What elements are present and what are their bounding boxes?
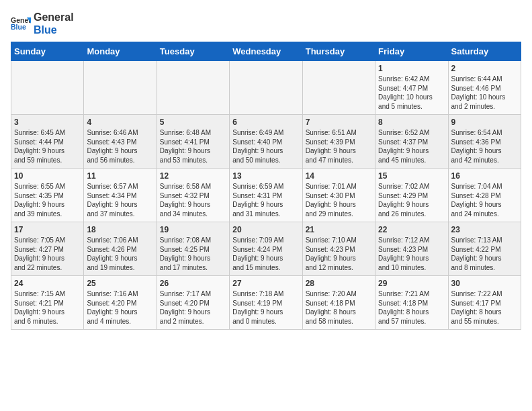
day-number: 21 — [306, 225, 372, 234]
day-content: Sunrise: 7:08 AM Sunset: 4:25 PM Dayligh… — [160, 236, 226, 272]
calendar-cell: 19Sunrise: 7:08 AM Sunset: 4:25 PM Dayli… — [157, 222, 229, 276]
day-number: 13 — [232, 171, 299, 181]
calendar-cell: 12Sunrise: 6:58 AM Sunset: 4:32 PM Dayli… — [157, 169, 229, 222]
day-number: 17 — [14, 225, 81, 234]
day-number: 20 — [232, 225, 299, 234]
calendar-cell: 6Sunrise: 6:49 AM Sunset: 4:40 PM Daylig… — [230, 115, 302, 169]
day-content: Sunrise: 6:45 AM Sunset: 4:44 PM Dayligh… — [14, 128, 81, 165]
day-number: 23 — [451, 225, 518, 234]
logo-blue: Blue — [34, 24, 74, 36]
weekday-header-sunday: Sunday — [11, 42, 84, 61]
calendar-cell: 24Sunrise: 7:15 AM Sunset: 4:21 PM Dayli… — [11, 276, 84, 330]
day-content: Sunrise: 7:10 AM Sunset: 4:23 PM Dayligh… — [306, 236, 372, 272]
day-content: Sunrise: 6:54 AM Sunset: 4:36 PM Dayligh… — [451, 128, 518, 165]
logo-general: General — [34, 11, 74, 24]
day-content: Sunrise: 6:57 AM Sunset: 4:34 PM Dayligh… — [87, 182, 153, 218]
calendar-cell: 5Sunrise: 6:48 AM Sunset: 4:41 PM Daylig… — [157, 115, 229, 169]
logo-icon: General Blue — [11, 13, 31, 34]
day-content: Sunrise: 7:04 AM Sunset: 4:28 PM Dayligh… — [451, 182, 518, 218]
calendar-week-row: 10Sunrise: 6:55 AM Sunset: 4:35 PM Dayli… — [11, 169, 521, 222]
page-header: General Blue General Blue — [11, 11, 521, 36]
day-content: Sunrise: 7:16 AM Sunset: 4:20 PM Dayligh… — [87, 289, 153, 326]
day-number: 24 — [14, 279, 81, 288]
day-number: 7 — [306, 118, 372, 127]
day-number: 26 — [160, 279, 226, 288]
calendar-header: SundayMondayTuesdayWednesdayThursdayFrid… — [11, 42, 521, 61]
weekday-header-tuesday: Tuesday — [157, 42, 229, 61]
day-number: 2 — [451, 64, 518, 73]
day-content: Sunrise: 6:52 AM Sunset: 4:37 PM Dayligh… — [378, 128, 445, 165]
day-content: Sunrise: 7:01 AM Sunset: 4:30 PM Dayligh… — [306, 182, 372, 218]
calendar-cell: 25Sunrise: 7:16 AM Sunset: 4:20 PM Dayli… — [84, 276, 157, 330]
calendar-cell: 11Sunrise: 6:57 AM Sunset: 4:34 PM Dayli… — [84, 169, 157, 222]
calendar-week-row: 24Sunrise: 7:15 AM Sunset: 4:21 PM Dayli… — [11, 276, 521, 330]
day-number: 28 — [306, 279, 372, 288]
day-content: Sunrise: 7:21 AM Sunset: 4:18 PM Dayligh… — [378, 289, 445, 326]
day-number: 10 — [14, 171, 81, 181]
calendar-table: SundayMondayTuesdayWednesdayThursdayFrid… — [11, 42, 521, 330]
day-content: Sunrise: 7:02 AM Sunset: 4:29 PM Dayligh… — [378, 182, 445, 218]
calendar-cell: 27Sunrise: 7:18 AM Sunset: 4:19 PM Dayli… — [230, 276, 302, 330]
day-content: Sunrise: 6:44 AM Sunset: 4:46 PM Dayligh… — [451, 75, 518, 111]
calendar-cell: 3Sunrise: 6:45 AM Sunset: 4:44 PM Daylig… — [11, 115, 84, 169]
calendar-week-row: 3Sunrise: 6:45 AM Sunset: 4:44 PM Daylig… — [11, 115, 521, 169]
day-number: 11 — [87, 171, 153, 181]
day-number: 18 — [87, 225, 153, 234]
calendar-body: 1Sunrise: 6:42 AM Sunset: 4:47 PM Daylig… — [11, 61, 521, 330]
calendar-cell: 22Sunrise: 7:12 AM Sunset: 4:23 PM Dayli… — [375, 222, 448, 276]
calendar-cell: 1Sunrise: 6:42 AM Sunset: 4:47 PM Daylig… — [375, 61, 448, 115]
calendar-cell: 4Sunrise: 6:46 AM Sunset: 4:43 PM Daylig… — [84, 115, 157, 169]
calendar-cell: 17Sunrise: 7:05 AM Sunset: 4:27 PM Dayli… — [11, 222, 84, 276]
weekday-header-friday: Friday — [375, 42, 448, 61]
day-content: Sunrise: 6:48 AM Sunset: 4:41 PM Dayligh… — [160, 128, 226, 165]
calendar-cell — [84, 61, 157, 115]
calendar-cell — [157, 61, 229, 115]
day-content: Sunrise: 7:12 AM Sunset: 4:23 PM Dayligh… — [378, 236, 445, 272]
weekday-header-saturday: Saturday — [448, 42, 521, 61]
day-content: Sunrise: 7:17 AM Sunset: 4:20 PM Dayligh… — [160, 289, 226, 326]
calendar-cell: 7Sunrise: 6:51 AM Sunset: 4:39 PM Daylig… — [302, 115, 375, 169]
day-number: 25 — [87, 279, 153, 288]
day-content: Sunrise: 6:59 AM Sunset: 4:31 PM Dayligh… — [232, 182, 299, 218]
calendar-cell: 9Sunrise: 6:54 AM Sunset: 4:36 PM Daylig… — [448, 115, 521, 169]
logo: General Blue General Blue — [11, 11, 74, 36]
calendar-cell: 15Sunrise: 7:02 AM Sunset: 4:29 PM Dayli… — [375, 169, 448, 222]
day-content: Sunrise: 7:15 AM Sunset: 4:21 PM Dayligh… — [14, 289, 81, 326]
day-number: 15 — [378, 171, 445, 181]
weekday-header-row: SundayMondayTuesdayWednesdayThursdayFrid… — [11, 42, 521, 61]
calendar-cell: 21Sunrise: 7:10 AM Sunset: 4:23 PM Dayli… — [302, 222, 375, 276]
day-number: 29 — [378, 279, 445, 288]
calendar-cell: 8Sunrise: 6:52 AM Sunset: 4:37 PM Daylig… — [375, 115, 448, 169]
day-content: Sunrise: 7:20 AM Sunset: 4:18 PM Dayligh… — [306, 289, 372, 326]
calendar-cell: 28Sunrise: 7:20 AM Sunset: 4:18 PM Dayli… — [302, 276, 375, 330]
day-content: Sunrise: 6:58 AM Sunset: 4:32 PM Dayligh… — [160, 182, 226, 218]
day-content: Sunrise: 6:49 AM Sunset: 4:40 PM Dayligh… — [232, 128, 299, 165]
calendar-cell — [11, 61, 84, 115]
day-number: 1 — [378, 64, 445, 73]
day-number: 6 — [232, 118, 299, 127]
calendar-cell: 2Sunrise: 6:44 AM Sunset: 4:46 PM Daylig… — [448, 61, 521, 115]
day-content: Sunrise: 7:13 AM Sunset: 4:22 PM Dayligh… — [451, 236, 518, 272]
weekday-header-thursday: Thursday — [302, 42, 375, 61]
day-number: 22 — [378, 225, 445, 234]
calendar-cell — [302, 61, 375, 115]
day-number: 12 — [160, 171, 226, 181]
calendar-cell: 18Sunrise: 7:06 AM Sunset: 4:26 PM Dayli… — [84, 222, 157, 276]
day-number: 8 — [378, 118, 445, 127]
day-number: 4 — [87, 118, 153, 127]
day-content: Sunrise: 6:46 AM Sunset: 4:43 PM Dayligh… — [87, 128, 153, 165]
day-content: Sunrise: 7:18 AM Sunset: 4:19 PM Dayligh… — [232, 289, 299, 326]
calendar-week-row: 17Sunrise: 7:05 AM Sunset: 4:27 PM Dayli… — [11, 222, 521, 276]
day-number: 16 — [451, 171, 518, 181]
svg-text:Blue: Blue — [11, 23, 26, 31]
day-content: Sunrise: 6:51 AM Sunset: 4:39 PM Dayligh… — [306, 128, 372, 165]
day-number: 19 — [160, 225, 226, 234]
day-number: 5 — [160, 118, 226, 127]
day-content: Sunrise: 6:55 AM Sunset: 4:35 PM Dayligh… — [14, 182, 81, 218]
calendar-cell: 13Sunrise: 6:59 AM Sunset: 4:31 PM Dayli… — [230, 169, 302, 222]
calendar-cell: 26Sunrise: 7:17 AM Sunset: 4:20 PM Dayli… — [157, 276, 229, 330]
day-content: Sunrise: 7:22 AM Sunset: 4:17 PM Dayligh… — [451, 289, 518, 326]
calendar-cell — [230, 61, 302, 115]
day-content: Sunrise: 7:05 AM Sunset: 4:27 PM Dayligh… — [14, 236, 81, 272]
day-content: Sunrise: 6:42 AM Sunset: 4:47 PM Dayligh… — [378, 75, 445, 111]
